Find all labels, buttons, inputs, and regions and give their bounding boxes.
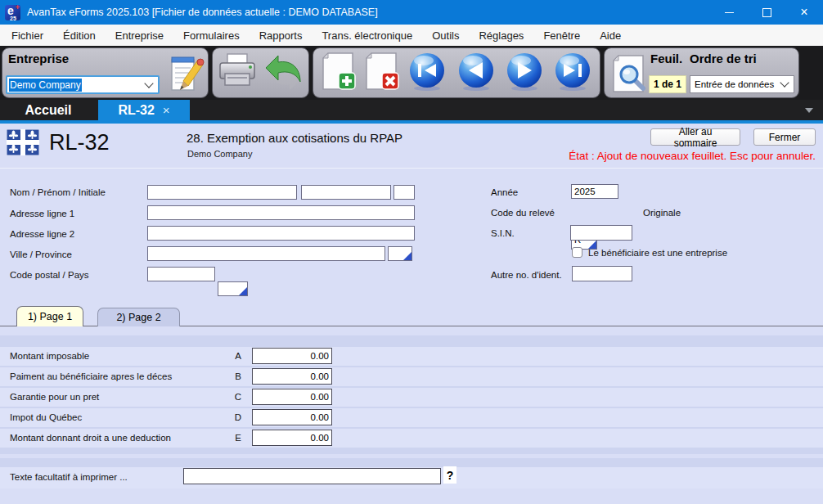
close-button[interactable]: × — [785, 0, 823, 25]
optional-text-input[interactable] — [183, 468, 441, 484]
maximize-icon — [762, 8, 771, 17]
sheet-count-badge: 1 de 1 — [649, 75, 686, 93]
postal-code-input[interactable] — [147, 267, 215, 281]
country-input[interactable] — [218, 281, 248, 296]
sheet-label: Feuil. — [650, 52, 682, 65]
form-code: RL-32 — [49, 130, 110, 155]
undo-button[interactable] — [263, 51, 304, 95]
close-icon: × — [800, 6, 807, 19]
tab-list-dropdown-icon[interactable] — [805, 108, 813, 113]
help-button[interactable]: ? — [443, 466, 456, 484]
address1-label: Adresse ligne 1 — [10, 209, 74, 218]
address2-input[interactable] — [147, 226, 415, 241]
maximize-button[interactable] — [748, 0, 785, 25]
app-window: e + 25 AvanTax eForms 2025.103 [Fichier … — [0, 0, 823, 504]
company-combobox[interactable]: Demo Company — [6, 75, 160, 94]
amount-row-label: Garantie pour un pret — [10, 392, 99, 402]
name-label: Nom / Prénom / Initiale — [10, 187, 106, 197]
menu-formulaires[interactable]: Formulaires — [173, 25, 250, 46]
initial-input[interactable] — [394, 185, 415, 200]
address1-input[interactable] — [147, 205, 415, 220]
menu-outils[interactable]: Outils — [422, 25, 469, 46]
printer-icon — [218, 52, 257, 90]
first-record-icon — [406, 50, 448, 92]
menu-reglages[interactable]: Réglages — [469, 25, 533, 46]
chevron-down-icon — [780, 78, 789, 87]
tab-page-1[interactable]: 1) Page 1 — [16, 306, 83, 326]
sin-label: S.I.N. — [491, 228, 515, 238]
tab-rl32[interactable]: RL-32 × — [98, 100, 190, 120]
fermer-button[interactable]: Fermer — [753, 128, 816, 146]
next-record-icon — [503, 50, 546, 92]
amount-a-input[interactable] — [252, 348, 332, 364]
status-message: État : Ajout de nouveaux feuillet. Esc p… — [569, 150, 816, 162]
city-input[interactable] — [147, 246, 385, 261]
title-bar: e + 25 AvanTax eForms 2025.103 [Fichier … — [0, 0, 823, 25]
other-id-input[interactable] — [572, 266, 632, 281]
menu-aide[interactable]: Aide — [590, 25, 631, 46]
find-slip-button[interactable] — [609, 54, 647, 97]
last-record-button[interactable] — [551, 50, 594, 96]
amount-row-letter: B — [232, 371, 244, 381]
tab-accueil[interactable]: Accueil — [0, 100, 97, 120]
toolbar-sheet-group: Feuil. Ordre de tri 1 de 1 Entrée de don… — [604, 47, 799, 98]
menu-edition[interactable]: Édition — [53, 25, 106, 46]
toolbar-print-group — [212, 47, 309, 98]
menu-fenetre[interactable]: Fenêtre — [533, 25, 590, 46]
toolbar-record-group — [313, 47, 600, 98]
sin-input[interactable] — [570, 225, 632, 241]
search-icon — [609, 54, 647, 93]
sort-order-select[interactable]: Entrée de données — [690, 75, 794, 93]
amount-d-input[interactable] — [252, 409, 332, 425]
optional-text-label: Texte facultatif à imprimer ... — [10, 472, 128, 482]
other-id-label: Autre no. d'ident. — [491, 270, 562, 280]
address2-label: Adresse ligne 2 — [10, 229, 74, 239]
first-record-button[interactable] — [406, 50, 448, 96]
last-name-input[interactable] — [147, 185, 297, 200]
app-logo-icon: e + 25 — [5, 5, 20, 20]
year-label: Année — [491, 187, 518, 197]
amount-row-letter: E — [232, 433, 244, 443]
amount-row-letter: C — [232, 392, 244, 402]
amount-row-label: Montant imposable — [10, 351, 89, 361]
previous-record-button[interactable] — [455, 50, 497, 96]
sort-order-value: Entrée de données — [695, 79, 774, 89]
amount-c-input[interactable] — [252, 389, 332, 405]
province-input[interactable] — [388, 246, 412, 261]
next-record-button[interactable] — [503, 50, 546, 96]
amount-b-input[interactable] — [252, 368, 332, 385]
city-label: Ville / Province — [10, 250, 72, 259]
delete-slip-icon — [362, 52, 400, 91]
edit-company-button[interactable] — [168, 54, 207, 97]
minimize-icon — [725, 12, 734, 13]
edit-pencil-icon — [168, 54, 207, 93]
form-subtitle: Demo Company — [187, 149, 252, 159]
window-title: AvanTax eForms 2025.103 [Fichier de donn… — [27, 7, 378, 18]
tab-close-icon[interactable]: × — [163, 104, 170, 116]
is-company-checkbox[interactable] — [572, 247, 582, 258]
menu-fichier[interactable]: Fichier — [2, 25, 53, 46]
print-button[interactable] — [218, 52, 257, 93]
delete-slip-button[interactable] — [362, 52, 400, 94]
minimize-button[interactable] — [710, 0, 748, 25]
menu-entreprise[interactable]: Entreprise — [106, 25, 173, 46]
sort-order-label: Ordre de tri — [690, 52, 757, 65]
year-input[interactable] — [571, 184, 618, 199]
company-combobox-value: Demo Company — [9, 79, 82, 92]
first-name-input[interactable] — [301, 185, 391, 200]
toolbar-company-group: Entreprise Demo Company — [2, 47, 209, 98]
menu-bar: Fichier Édition Entreprise Formulaires R… — [0, 25, 823, 46]
amount-row-letter: D — [232, 412, 244, 422]
go-to-summary-button[interactable]: Aller au sommaire — [650, 128, 740, 146]
header-divider — [0, 168, 823, 169]
amount-e-input[interactable] — [252, 430, 332, 446]
menu-trans-electronique[interactable]: Trans. électronique — [312, 25, 422, 46]
new-slip-button[interactable] — [319, 52, 357, 94]
amount-row-label: Montant donnant droit a une deduction — [10, 433, 171, 443]
previous-record-icon — [455, 50, 497, 92]
amount-row-letter: A — [232, 351, 244, 361]
tab-page-2[interactable]: 2) Page 2 — [97, 308, 180, 326]
slip-code-note: Originale — [643, 208, 681, 218]
toolbar: Entreprise Demo Company — [0, 46, 823, 100]
menu-rapports[interactable]: Rapports — [250, 25, 313, 46]
